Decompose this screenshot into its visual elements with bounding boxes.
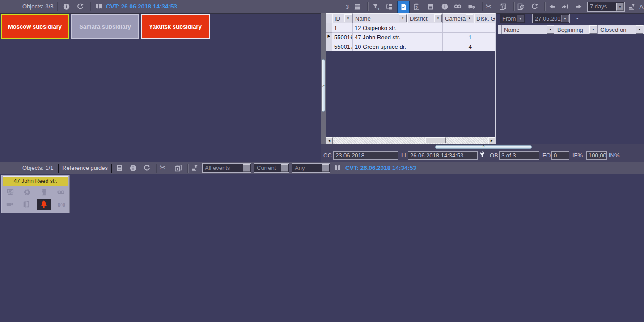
chevron-down-icon[interactable]: ▼ — [561, 15, 569, 22]
row-indicator-current: ▶ — [326, 33, 332, 42]
table-row[interactable]: 1 12 Osipenko str. — [326, 23, 495, 33]
column-header-beginning[interactable]: Beginning▼ — [555, 25, 598, 34]
period-select[interactable]: 7 days ▼ — [587, 2, 625, 12]
app-window: Objects: 3/3 CVT: 26.06.2018 14:34:53 3 … — [0, 0, 644, 322]
horizontal-scrollbar[interactable]: ◀ ▶ — [326, 137, 495, 144]
column-header-id[interactable]: ID▼ — [332, 13, 353, 23]
scrollbar-track[interactable] — [333, 137, 488, 144]
chevron-down-icon[interactable] — [281, 164, 288, 172]
chevron-down-icon[interactable]: ▼ — [434, 14, 442, 22]
paste-icon[interactable] — [499, 3, 507, 10]
settings-gear-icon[interactable] — [22, 188, 33, 197]
camera-icon[interactable] — [4, 200, 15, 209]
chevron-down-icon[interactable]: ▼ — [466, 14, 473, 22]
cell-cameras: 1 — [443, 33, 474, 42]
chevron-down-icon[interactable]: ▼ — [589, 25, 597, 34]
cc-date-field[interactable]: 23.06.2018 — [333, 151, 398, 160]
chevron-down-icon[interactable] — [243, 164, 250, 172]
refresh-icon[interactable] — [76, 3, 84, 10]
fo-field[interactable]: 0 — [551, 151, 569, 160]
book-icon[interactable] — [94, 3, 103, 10]
letter-a-icon[interactable]: A — [639, 3, 644, 11]
filter-sort-icon[interactable] — [628, 3, 636, 10]
horizontal-splitter-handle[interactable]: ^ — [435, 145, 532, 149]
paste-icon[interactable] — [174, 165, 182, 172]
info-icon[interactable] — [441, 3, 449, 10]
refresh-icon[interactable] — [143, 165, 151, 172]
object-card-title[interactable]: 47 John Reed str. — [3, 176, 68, 186]
events-filter-select[interactable]: All events — [202, 163, 251, 173]
document-lines-icon[interactable] — [427, 3, 435, 10]
scrollbar-thumb[interactable] — [425, 137, 446, 143]
voicemail-icon[interactable] — [55, 188, 66, 197]
truck-icon[interactable] — [468, 3, 475, 10]
funnel-icon[interactable] — [478, 151, 487, 159]
chevron-down-icon[interactable]: ▼ — [636, 25, 643, 34]
cell-name: 12 Osipenko str. — [353, 23, 407, 33]
book-icon[interactable] — [333, 165, 342, 172]
chevron-down-icon[interactable]: ▼ — [616, 3, 624, 11]
scroll-right-button[interactable]: ▶ — [488, 137, 495, 144]
if-percent-label: IF% — [572, 152, 583, 159]
ll-label: LL — [401, 152, 407, 159]
subsidiary-button-moscow[interactable]: Moscow subsidiary — [1, 14, 69, 39]
arrow-forward-icon[interactable] — [575, 4, 583, 9]
document-check-icon[interactable] — [397, 1, 410, 13]
chevron-down-icon[interactable] — [322, 164, 329, 172]
column-header-disk[interactable]: Disk, G — [474, 13, 495, 23]
radio-signal-icon[interactable]: ((⌂)) — [56, 200, 67, 209]
from-date-select[interactable]: 27.05.2018 ▼ — [532, 14, 570, 23]
row-indicator-header — [326, 13, 332, 23]
any-filter-select[interactable]: Any — [292, 163, 330, 173]
scissors-icon[interactable]: ✂ — [486, 3, 491, 10]
column-header-closed-on[interactable]: Closed on▼ — [598, 25, 644, 34]
from-select[interactable]: From ▼ — [500, 14, 525, 23]
toolbar-divider — [544, 2, 546, 11]
arrow-skip-icon[interactable] — [561, 4, 568, 9]
refresh-icon[interactable] — [531, 3, 538, 10]
chevron-down-icon[interactable]: ▼ — [344, 14, 352, 22]
arrow-back-icon[interactable] — [548, 4, 556, 9]
table-row-selected[interactable]: ▶ 550016 47 John Reed str. 1 — [326, 33, 495, 42]
if-percent-field[interactable]: 100,00 — [586, 151, 607, 160]
reference-guides-button[interactable]: Reference guides — [58, 164, 112, 173]
report-table-icon[interactable] — [353, 3, 361, 10]
splitter-collapse-handle[interactable]: > — [322, 59, 325, 112]
current-filter-select[interactable]: Current — [254, 163, 289, 173]
filter-sort-icon[interactable] — [191, 165, 199, 172]
column-header-name[interactable]: Name▼ — [502, 25, 555, 34]
objects-count-label: Objects: 3/3 — [22, 3, 53, 10]
filter-1-icon[interactable]: 1. — [372, 3, 379, 10]
document-refresh-icon[interactable] — [517, 3, 525, 10]
door-icon[interactable] — [21, 200, 31, 209]
chevron-down-icon[interactable]: ▼ — [517, 15, 524, 22]
object-card-47-john-reed[interactable]: 47 John Reed str. ((⌂)) — [1, 175, 70, 213]
alarm-bell-icon[interactable] — [37, 199, 51, 210]
info-icon[interactable] — [129, 165, 137, 172]
document-lines-icon[interactable] — [115, 165, 123, 172]
ll-datetime-field[interactable]: 26.06.2018 14:34:53 — [408, 151, 478, 160]
chevron-down-icon[interactable]: ▼ — [547, 25, 554, 34]
column-header-name[interactable]: Name▼ — [353, 13, 407, 23]
ob-field[interactable]: 3 of 3 — [499, 151, 539, 160]
toolbar-divider — [513, 2, 515, 11]
subsidiary-button-samara[interactable]: Samara subsidiary — [71, 14, 139, 39]
table-row[interactable]: 550017 10 Green spruce dr. 4 — [326, 42, 495, 51]
chevron-down-icon[interactable]: ▼ — [399, 14, 407, 22]
cell-district — [407, 23, 443, 33]
subsidiary-button-yakutsk[interactable]: Yakutsk subsidiary — [141, 14, 210, 39]
voicemail-icon[interactable] — [453, 3, 462, 10]
table-header-row: ID▼ Name▼ District▼ Cameras▼ Disk, G — [326, 13, 495, 23]
vertical-splitter[interactable]: > — [321, 13, 326, 162]
scroll-left-button[interactable]: ◀ — [326, 137, 333, 144]
cell-id: 550016 — [332, 33, 353, 42]
column-header-cameras[interactable]: Cameras▼ — [443, 13, 474, 23]
cell-cameras: 4 — [443, 42, 474, 51]
clipboard-help-icon[interactable] — [413, 3, 420, 10]
network-monitor-icon[interactable] — [5, 188, 16, 197]
video-archive-icon[interactable] — [38, 188, 49, 197]
info-icon[interactable] — [63, 3, 70, 10]
column-header-district[interactable]: District▼ — [407, 13, 443, 23]
scissors-icon[interactable]: ✂ — [160, 164, 165, 171]
cascade-icon[interactable] — [385, 3, 393, 10]
